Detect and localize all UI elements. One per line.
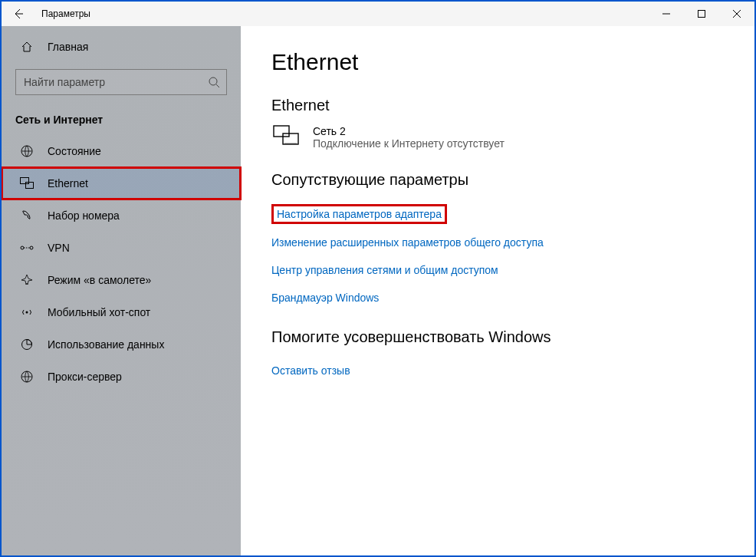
sidebar-item-data-usage[interactable]: Использование данных — [2, 328, 241, 361]
svg-point-11 — [30, 246, 33, 249]
svg-rect-9 — [26, 183, 34, 189]
minimize-button[interactable] — [649, 2, 684, 26]
settings-window: Параметры Главная — [2, 2, 754, 555]
feedback-heading: Помогите усовершенствовать Windows — [271, 328, 724, 346]
sidebar-item-airplane[interactable]: Режим «в самолете» — [2, 264, 241, 296]
sidebar-item-vpn[interactable]: VPN — [2, 232, 241, 264]
sidebar-item-label: Мобильный хот-спот — [48, 306, 150, 318]
network-status: Подключение к Интернету отсутствует — [313, 137, 505, 150]
back-button[interactable] — [11, 6, 26, 21]
ethernet-icon — [20, 176, 34, 190]
search-icon — [208, 76, 220, 88]
sidebar-item-label: Ethernet — [48, 177, 88, 190]
titlebar: Параметры — [2, 2, 754, 26]
sidebar-home-label: Главная — [48, 41, 88, 53]
page-title: Ethernet — [271, 49, 724, 75]
link-adapter-settings[interactable]: Настройка параметров адаптера — [271, 204, 447, 224]
vpn-icon — [20, 241, 34, 255]
sidebar: Главная Сеть и Интернет Состояние — [2, 26, 241, 555]
svg-rect-8 — [21, 178, 29, 184]
related-heading: Сопутствующие параметры — [271, 171, 724, 189]
proxy-icon — [20, 370, 34, 384]
link-network-center[interactable]: Центр управления сетями и общим доступом — [271, 256, 724, 284]
data-usage-icon — [20, 338, 34, 351]
sidebar-home[interactable]: Главная — [2, 26, 241, 64]
sidebar-item-label: Использование данных — [48, 338, 164, 351]
svg-point-5 — [209, 77, 217, 85]
network-name: Сеть 2 — [313, 125, 505, 137]
svg-rect-2 — [698, 11, 705, 18]
sidebar-item-label: VPN — [48, 242, 70, 254]
sidebar-item-label: Набор номера — [48, 209, 120, 222]
link-windows-firewall[interactable]: Брандмауэр Windows — [271, 284, 724, 311]
svg-point-13 — [26, 311, 28, 314]
airplane-icon — [20, 273, 34, 287]
link-advanced-sharing[interactable]: Изменение расширенных параметров общего … — [271, 229, 724, 256]
search-box[interactable] — [15, 69, 227, 95]
svg-line-6 — [216, 84, 219, 87]
status-icon — [20, 144, 34, 158]
svg-rect-17 — [283, 133, 298, 144]
sidebar-item-label: Режим «в самолете» — [48, 274, 151, 286]
search-input[interactable] — [24, 76, 208, 88]
network-icon — [271, 125, 301, 154]
sidebar-item-status[interactable]: Состояние — [2, 135, 241, 167]
section-ethernet-heading: Ethernet — [271, 97, 724, 114]
sidebar-section-header: Сеть и Интернет — [2, 109, 241, 135]
maximize-button[interactable] — [684, 2, 719, 26]
window-title: Параметры — [41, 8, 90, 19]
sidebar-item-proxy[interactable]: Прокси-сервер — [2, 361, 241, 393]
dialup-icon — [20, 209, 34, 222]
svg-rect-16 — [274, 126, 289, 137]
main-content: Ethernet Ethernet Сеть 2 Подключение к И… — [241, 26, 754, 555]
network-entry[interactable]: Сеть 2 Подключение к Интернету отсутству… — [271, 125, 724, 154]
hotspot-icon — [20, 305, 34, 319]
home-icon — [20, 40, 34, 54]
sidebar-item-hotspot[interactable]: Мобильный хот-спот — [2, 296, 241, 328]
close-button[interactable] — [719, 2, 754, 26]
sidebar-item-dialup[interactable]: Набор номера — [2, 199, 241, 232]
sidebar-item-label: Прокси-сервер — [48, 371, 122, 383]
sidebar-item-ethernet[interactable]: Ethernet — [2, 167, 241, 199]
sidebar-item-label: Состояние — [48, 145, 101, 157]
link-feedback[interactable]: Оставить отзыв — [271, 357, 724, 384]
svg-point-10 — [21, 246, 24, 249]
